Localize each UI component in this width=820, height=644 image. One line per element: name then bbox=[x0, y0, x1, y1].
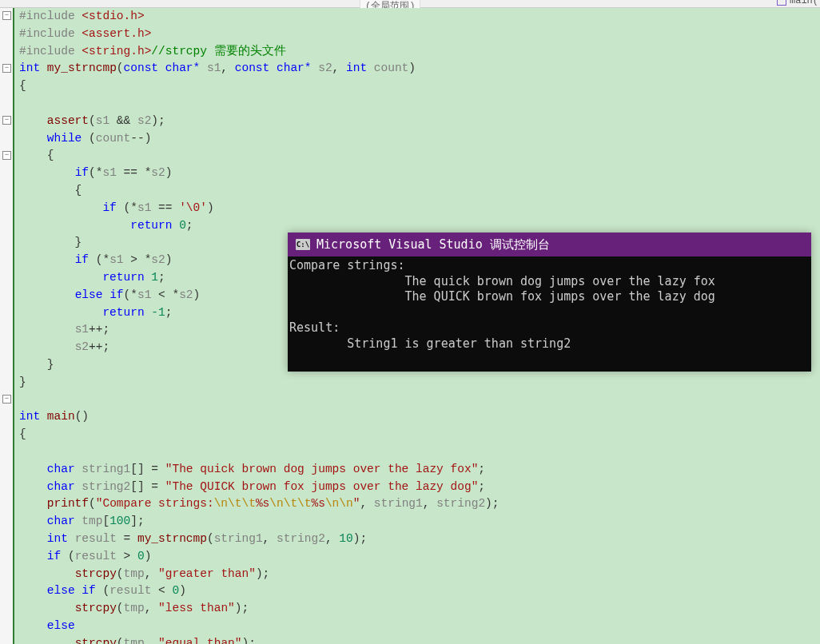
console-output[interactable]: Compare strings: The quick brown dog jum… bbox=[288, 256, 811, 372]
console-title-text: Microsoft Visual Studio 调试控制台 bbox=[316, 237, 550, 252]
debug-console: C:\ Microsoft Visual Studio 调试控制台 Compar… bbox=[288, 233, 811, 372]
fold-toggle[interactable]: − bbox=[2, 151, 11, 160]
console-titlebar[interactable]: C:\ Microsoft Visual Studio 调试控制台 bbox=[288, 233, 811, 256]
code-editor[interactable]: − − − − − #include <stdio.h> #include <a… bbox=[0, 8, 820, 644]
gutter: − − − − − bbox=[0, 8, 14, 644]
fold-toggle[interactable]: − bbox=[2, 64, 11, 73]
fold-toggle[interactable]: − bbox=[2, 11, 11, 20]
main-label-text: main( bbox=[790, 0, 818, 6]
main-function-selector[interactable]: main( bbox=[777, 0, 818, 6]
fold-toggle[interactable]: − bbox=[2, 116, 11, 125]
console-icon: C:\ bbox=[296, 239, 310, 250]
fold-toggle[interactable]: − bbox=[2, 395, 11, 403]
cube-icon bbox=[777, 0, 786, 6]
